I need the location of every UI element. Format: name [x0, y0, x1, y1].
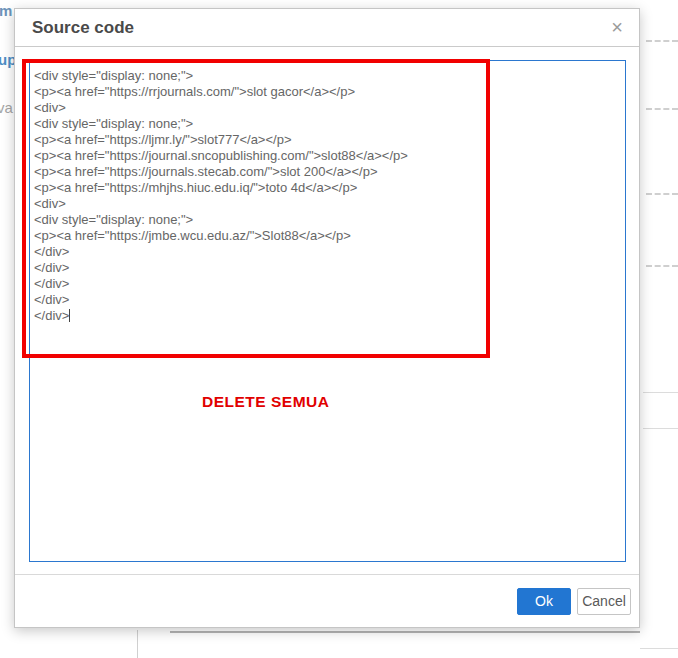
background-divider — [643, 428, 678, 429]
background-divider — [137, 630, 138, 658]
text-caret — [69, 309, 70, 322]
screen: m up va Source code × <div style="displa… — [0, 0, 678, 658]
source-code-dialog: Source code × <div style="display: none;… — [14, 8, 640, 628]
background-box-edge — [170, 631, 640, 658]
background-dashed-divider — [646, 265, 678, 267]
dialog-header: Source code × — [15, 9, 639, 47]
background-text-fragment: m — [0, 3, 12, 18]
background-divider — [640, 648, 678, 649]
background-dashed-divider — [646, 108, 678, 110]
close-icon[interactable]: × — [605, 15, 629, 39]
source-code-text: <div style="display: none;"> <p><a href=… — [30, 61, 625, 331]
cancel-button[interactable]: Cancel — [577, 588, 631, 615]
source-code-textarea[interactable]: <div style="display: none;"> <p><a href=… — [29, 60, 626, 562]
background-divider — [643, 392, 678, 393]
dialog-footer: Ok Cancel — [15, 574, 639, 627]
background-dashed-divider — [646, 40, 678, 42]
background-text-fragment: va — [0, 100, 13, 115]
ok-button[interactable]: Ok — [517, 588, 571, 615]
background-dashed-divider — [646, 193, 678, 195]
dialog-title: Source code — [32, 18, 134, 38]
